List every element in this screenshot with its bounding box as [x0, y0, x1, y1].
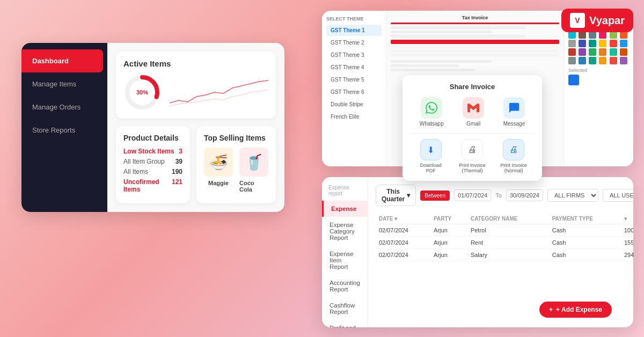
sidebar: Dashboard Manage Items Manage Orders Sto… [21, 43, 107, 212]
theme-french-elite[interactable]: French Elite [326, 111, 382, 122]
color-swatch-17[interactable] [610, 40, 617, 47]
whatsapp-label: Whatsapp [420, 121, 444, 127]
download-buttons-row: ⬇ Download PDF 🖨 Print Invoice (Thermal)… [410, 139, 535, 173]
report-item-profit-loss[interactable]: Profit and Loss [322, 320, 368, 327]
print-thermal-label: Print Invoice (Thermal) [456, 163, 488, 173]
dashboard-container: Dashboard Manage Items Manage Orders Sto… [21, 43, 284, 212]
report-sidebar-title: Expense report [322, 182, 368, 201]
invoice-table-row-1 [391, 45, 559, 48]
theme-gst1[interactable]: GST Theme 1 [326, 25, 382, 36]
share-buttons-row: Whatsapp Gmail Message [410, 97, 535, 127]
report-item-expense[interactable]: Expense [322, 201, 368, 217]
amount-filter-icon[interactable]: ▾ [624, 216, 627, 222]
report-item-category[interactable]: Expense Category Report [322, 217, 368, 246]
print-thermal-btn[interactable]: 🖨 Print Invoice (Thermal) [456, 139, 488, 173]
sidebar-item-manage-items[interactable]: Manage Items [21, 72, 107, 96]
invoice-summary-line-3 [391, 69, 475, 71]
print-thermal-icon: 🖨 [462, 139, 483, 160]
invoice-table-header [391, 40, 559, 44]
color-swatch-13[interactable] [568, 40, 576, 47]
color-palette: Select Color [564, 11, 633, 166]
color-swatch-23[interactable] [610, 48, 617, 56]
invoice-summary [391, 60, 559, 71]
top-selling-title: Top Selling Items [204, 134, 268, 142]
between-badge: Between [420, 191, 450, 201]
theme-double-stripe[interactable]: Double Stripe [326, 99, 382, 110]
top-selling-items-row: 🍜 Maggie 🥤 Coco Cola [204, 148, 268, 193]
report-item-item-report[interactable]: Expense Item Report [322, 246, 368, 275]
share-message-btn[interactable]: Message [503, 97, 525, 127]
color-swatch-12[interactable] [620, 31, 627, 39]
theme-gst4[interactable]: GST Theme 4 [326, 62, 382, 73]
theme-gst3[interactable]: GST Theme 3 [326, 49, 382, 61]
product-row-low-stock: Low Stock Items 3 [123, 148, 182, 155]
donut-chart: 30% [123, 74, 161, 111]
share-invoice-title: Share Invoice [410, 83, 535, 91]
color-swatch-9[interactable] [589, 31, 596, 39]
color-swatch-10[interactable] [599, 31, 606, 39]
share-gmail-btn[interactable]: Gmail [463, 97, 484, 127]
to-date: 30/09/2024 [506, 189, 543, 201]
table-row: 02/07/2024 Arjun Rent Cash 15593 [376, 237, 633, 249]
from-date: 01/07/2024 [454, 189, 491, 201]
color-swatch-24[interactable] [620, 48, 627, 56]
user-select[interactable]: ALL USERS [603, 189, 633, 202]
invoice-line-3 [391, 35, 525, 38]
quarter-button[interactable]: This Quarter ▾ [376, 185, 416, 206]
invoice-summary-line-2 [391, 64, 458, 67]
color-swatch-27[interactable] [589, 57, 596, 64]
color-swatch-11[interactable] [610, 31, 617, 39]
main-panel: Active Items 30% [107, 43, 284, 212]
report-item-accounting[interactable]: Accounting Report [322, 275, 368, 297]
color-swatch-19[interactable] [568, 48, 576, 56]
product-row-all-items: All Items 190 [123, 168, 182, 175]
row1-date: 02/07/2024 [376, 224, 430, 237]
left-section: Dashboard Manage Items Manage Orders Sto… [21, 43, 284, 301]
report-main: This Quarter ▾ Between 01/07/2024 To 30/… [368, 177, 633, 327]
whatsapp-icon [421, 97, 442, 119]
cola-image: 🥤 [239, 148, 268, 177]
color-swatch-14[interactable] [579, 40, 586, 47]
add-expense-icon: + [549, 306, 553, 313]
sidebar-item-manage-orders[interactable]: Manage Orders [21, 96, 107, 119]
row2-party: Arjun [430, 237, 467, 249]
share-divider [410, 133, 535, 134]
selected-label: Selected [568, 68, 629, 73]
filter-row: This Quarter ▾ Between 01/07/2024 To 30/… [376, 185, 633, 206]
theme-gst2[interactable]: GST Theme 2 [326, 37, 382, 48]
top-selling-card: Top Selling Items 🍜 Maggie 🥤 [196, 126, 276, 203]
color-swatch-22[interactable] [599, 48, 606, 56]
color-swatch-16[interactable] [599, 40, 606, 47]
color-swatch-20[interactable] [579, 48, 586, 56]
color-swatch-15[interactable] [589, 40, 596, 47]
share-whatsapp-btn[interactable]: Whatsapp [420, 97, 444, 127]
report-table: DATE ▾ PARTY CATEGORY NAME PAYMENT TYPE … [376, 214, 633, 261]
share-panel: Share Invoice Whatsapp Gmail [402, 75, 542, 181]
color-swatch-30[interactable] [620, 57, 627, 64]
theme-gst5[interactable]: GST Theme 5 [326, 74, 382, 85]
sidebar-item-dashboard[interactable]: Dashboard [21, 49, 103, 72]
row3-party: Arjun [430, 249, 467, 261]
color-swatch-25[interactable] [568, 57, 576, 64]
theme-gst6[interactable]: GST Theme 6 [326, 86, 382, 98]
color-swatch-8[interactable] [579, 31, 586, 39]
invoice-line-2 [391, 31, 492, 33]
download-pdf-btn[interactable]: ⬇ Download PDF [415, 139, 447, 173]
color-swatch-21[interactable] [589, 48, 596, 56]
report-item-cashflow[interactable]: Cashflow Report [322, 297, 368, 320]
color-swatch-7[interactable] [568, 31, 576, 39]
color-swatch-29[interactable] [610, 57, 617, 64]
donut-label: 30% [136, 89, 148, 96]
date-filter-icon[interactable]: ▾ [394, 216, 397, 222]
color-swatch-18[interactable] [620, 40, 627, 47]
gmail-label: Gmail [466, 121, 480, 127]
firm-select[interactable]: ALL FIRMS [547, 189, 598, 202]
color-swatch-28[interactable] [599, 57, 606, 64]
color-swatch-26[interactable] [579, 57, 586, 64]
add-expense-button[interactable]: + + Add Expense [539, 302, 612, 318]
maggie-label: Maggie [208, 180, 229, 186]
col-amount: ▾ [621, 214, 633, 224]
product-row-uncofirmed: Uncofirmed Items 121 [123, 178, 182, 193]
print-normal-btn[interactable]: 🖨 Print Invoice (Normal) [497, 139, 530, 173]
sidebar-item-store-reports[interactable]: Store Reports [21, 119, 107, 142]
